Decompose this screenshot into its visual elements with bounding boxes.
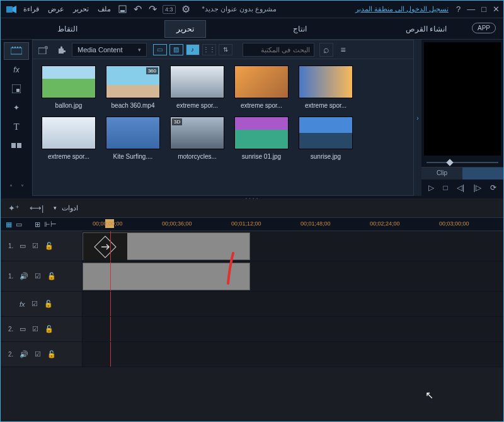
tab-disc[interactable]: انشاء القرص	[394, 21, 458, 37]
transition-room-icon[interactable]	[4, 137, 29, 154]
video-track-icon: ▭	[20, 325, 26, 333]
chevron-down-icon: ▾	[54, 205, 57, 211]
visible-checkbox-icon[interactable]: ☑	[32, 242, 38, 250]
settings-icon[interactable]: ⚙	[181, 4, 191, 14]
visible-checkbox-icon[interactable]: ☑	[32, 300, 38, 308]
search-button-icon[interactable]: ⌕	[319, 43, 333, 57]
title-room-icon[interactable]: T	[4, 118, 29, 135]
menu-view[interactable]: عرض	[48, 5, 64, 13]
menu-file[interactable]: ملف	[98, 5, 111, 13]
undo-icon[interactable]: ↶	[132, 4, 142, 14]
video-clip[interactable]	[83, 232, 250, 260]
prev-frame-icon[interactable]: ◁|	[457, 183, 464, 192]
minimize-icon[interactable]: —	[467, 4, 475, 14]
media-item[interactable]: sunrise.jpg	[299, 117, 353, 160]
redo-icon[interactable]: ↷	[147, 4, 158, 14]
search-box[interactable]	[243, 43, 314, 57]
timeline-view-icon[interactable]: ▦	[6, 220, 12, 229]
preview-seek-slider[interactable]	[421, 158, 503, 167]
media-item[interactable]: extreme spor...	[234, 66, 289, 109]
svg-rect-5	[12, 47, 13, 48]
fx-room-icon[interactable]: fx	[4, 61, 29, 79]
preview-viewport[interactable]	[424, 42, 501, 156]
clip-tab[interactable]: Clip	[421, 168, 462, 180]
plugin-icon[interactable]	[54, 43, 68, 56]
timeline-ruler-row: ▦ ▭ ⊞ ⊩⊢ 00;00;00;00 00;00;36;00 00;01;1…	[1, 217, 503, 231]
svg-rect-13	[38, 48, 46, 54]
room-rail: fx ✦ T ˄ ˅	[1, 40, 32, 196]
video-track-2: 2. ▭ ☑ 🔓	[1, 317, 503, 342]
slider-thumb-icon[interactable]	[446, 159, 453, 166]
signin-link[interactable]: تسجيل الدخول الى منطقة المدير	[355, 5, 449, 13]
filter-audio-icon[interactable]: ♪	[186, 44, 200, 55]
stop-icon[interactable]: □	[443, 183, 447, 192]
menu-play[interactable]: قراءة	[23, 5, 39, 13]
lock-icon[interactable]: 🔓	[45, 242, 54, 250]
close-icon[interactable]: ✕	[493, 4, 500, 14]
help-icon[interactable]: ?	[456, 4, 461, 14]
visible-checkbox-icon[interactable]: ☑	[32, 325, 38, 333]
timeline-ruler[interactable]: 00;00;00;00 00;00;36;00 00;01;12;00 00;0…	[83, 218, 503, 231]
rail-up-icon[interactable]: ˄	[6, 182, 16, 192]
tab-capture[interactable]: التقاط	[46, 21, 89, 37]
pip-room-icon[interactable]	[4, 80, 29, 98]
storyboard-view-icon[interactable]: ▭	[16, 220, 22, 229]
tools-dropdown[interactable]: ادوات ▾	[54, 204, 78, 212]
filter-icons: ▭ ▨ ♪ ⋮⋮ ⇅	[153, 44, 232, 55]
tab-produce[interactable]: انتاج	[282, 21, 318, 37]
track-lane[interactable]	[83, 342, 503, 367]
media-item[interactable]: extreme spor...	[299, 66, 353, 109]
movie-tab[interactable]	[462, 168, 503, 180]
visible-checkbox-icon[interactable]: ☑	[35, 272, 41, 280]
lock-icon[interactable]: 🔓	[47, 272, 56, 280]
track-manager-icon[interactable]: ⊞	[35, 220, 40, 229]
preview-mode-tabs: Clip	[421, 167, 503, 180]
app-logo-icon	[4, 3, 18, 16]
svg-marker-1	[13, 6, 16, 13]
rail-down-icon[interactable]: ˅	[17, 182, 27, 192]
media-item[interactable]: extreme spor...	[42, 117, 96, 160]
snap-icon[interactable]: ⊩⊢	[44, 220, 57, 229]
media-item[interactable]: ballon.jpg	[42, 66, 96, 109]
track-lane[interactable]	[83, 292, 503, 316]
app-badge[interactable]: APP	[472, 23, 496, 33]
media-item[interactable]: extreme spor...	[170, 66, 224, 109]
lock-icon[interactable]: 🔓	[47, 350, 56, 358]
import-icon[interactable]	[37, 43, 50, 56]
menu-edit[interactable]: تحرير	[73, 5, 89, 13]
aspect-badge[interactable]: 4:3	[163, 5, 176, 14]
track-lane[interactable]	[83, 231, 503, 261]
library-menu-icon[interactable]: ≡	[341, 45, 346, 55]
sort-icon[interactable]: ⇅	[219, 44, 232, 55]
main-menu: ملف تحرير عرض قراءة	[23, 5, 111, 13]
mouse-cursor-icon: ↖	[425, 389, 433, 401]
media-item[interactable]: Kite Surfing....	[106, 117, 160, 160]
fx-track: fx ☑ 🔓	[1, 292, 503, 317]
content-dropdown[interactable]: Media Content ▾	[72, 43, 147, 57]
loop-icon[interactable]: ⟳	[490, 183, 496, 192]
lock-icon[interactable]: 🔓	[44, 300, 53, 308]
split-icon[interactable]: ⟷|	[30, 203, 43, 213]
lock-icon[interactable]: 🔓	[45, 325, 54, 333]
media-item[interactable]: 360 beach 360.mp4	[106, 66, 160, 109]
magic-tool-icon[interactable]: ✦⁺	[8, 203, 20, 213]
filter-video-icon[interactable]: ▭	[153, 44, 167, 55]
track-lane[interactable]	[83, 317, 503, 341]
media-item[interactable]: sunrise 01.jpg	[234, 117, 289, 160]
search-input[interactable]	[247, 46, 310, 54]
media-room-icon[interactable]	[4, 42, 29, 60]
fx-track-icon: fx	[20, 300, 25, 308]
particle-room-icon[interactable]: ✦	[4, 99, 29, 117]
play-icon[interactable]: ▷	[428, 183, 434, 192]
visible-checkbox-icon[interactable]: ☑	[35, 350, 41, 358]
maximize-icon[interactable]: □	[481, 4, 486, 14]
filter-image-icon[interactable]: ▨	[169, 44, 183, 55]
save-icon[interactable]	[117, 4, 127, 14]
media-item[interactable]: 3D motorcycles...	[170, 117, 224, 160]
collapse-arrow-icon[interactable]: ›	[414, 40, 421, 196]
track-lane[interactable]	[83, 261, 503, 291]
audio-clip[interactable]	[83, 263, 250, 290]
tab-edit[interactable]: تحرير	[164, 20, 206, 38]
next-frame-icon[interactable]: |▷	[473, 183, 481, 192]
view-grid-icon[interactable]: ⋮⋮	[202, 44, 216, 55]
